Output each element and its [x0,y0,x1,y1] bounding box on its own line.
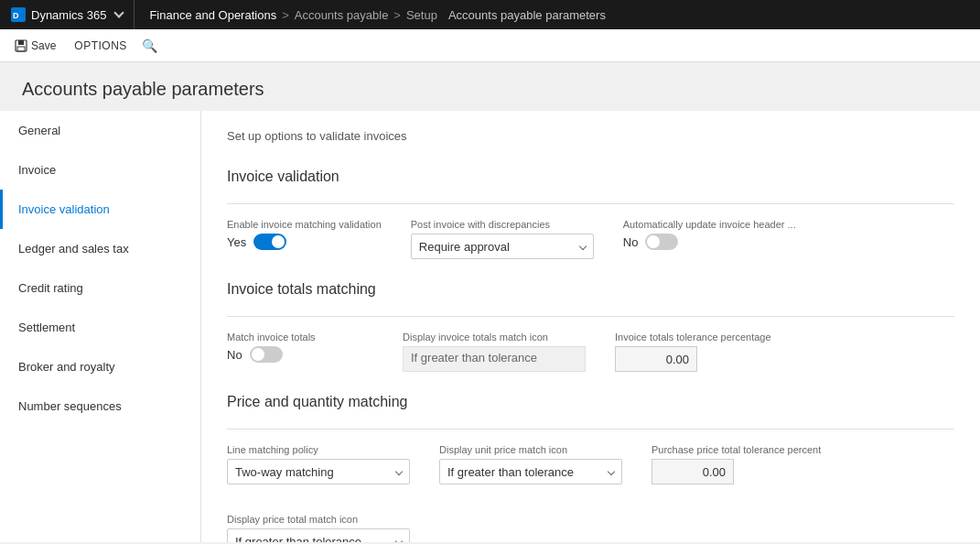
match-invoice-totals-toggle[interactable] [250,346,283,363]
breadcrumb-sep1: > [282,8,289,22]
enable-invoice-matching-label: Enable invoice matching validation [227,219,382,230]
field-display-unit-price-icon: Display unit price match icon If greater… [439,444,622,484]
field-invoice-totals-tolerance-pct: Invoice totals tolerance percentage [615,332,771,372]
field-display-price-total-icon: Display price total match icon If greate… [227,514,410,542]
content-subtitle: Set up options to validate invoices [227,129,954,154]
sidebar-item-number-sequences-label: Number sequences [18,399,122,413]
toggle-track-match-totals [250,346,283,363]
save-button[interactable]: Save [11,39,59,52]
dynamics-chevron[interactable] [114,7,124,17]
post-invoice-discrepancies-value: Require approval [419,240,510,254]
dynamics-label: Dynamics 365 [31,8,106,22]
auto-update-header-label: Automatically update invoice header ... [623,219,796,230]
section-price-quantity-matching: Price and quantity matching Line matchin… [227,394,954,542]
sidebar-item-broker-royalty[interactable]: Broker and royalty [0,347,200,386]
purchase-price-total-tolerance-pct-label: Purchase price total tolerance percent [652,444,821,455]
sidebar-item-invoice-label: Invoice [18,163,56,177]
post-invoice-discrepancies-chevron [579,243,587,250]
breadcrumb-part2[interactable]: Setup [406,8,437,22]
auto-update-header-value: No [623,235,639,249]
save-icon [15,39,27,52]
display-price-total-icon-label: Display price total match icon [227,514,410,525]
sidebar-item-general-label: General [18,124,60,137]
section-price-quantity-title: Price and quantity matching [227,394,954,414]
save-label: Save [31,39,56,52]
match-invoice-totals-label: Match invoice totals [227,332,373,343]
display-price-total-icon-value: If greater than tolerance [235,535,361,543]
breadcrumb-sep2: > [393,8,401,22]
auto-update-header-toggle[interactable] [645,234,678,250]
section-invoice-validation: Invoice validation Enable invoice matchi… [227,169,954,259]
post-invoice-discrepancies-label: Post invoice with discrepancies [411,219,594,230]
section-divider-3 [227,429,954,430]
main-layout: General Invoice Invoice validation Ledge… [0,111,980,542]
section-invoice-totals-title: Invoice totals matching [227,281,954,301]
display-invoice-totals-icon-text: If greater than tolerance [411,351,537,364]
display-price-total-icon-dropdown[interactable]: If greater than tolerance [227,528,410,542]
breadcrumb: Finance and Operations > Accounts payabl… [135,8,620,22]
field-line-matching-policy: Line matching policy Two-way matching [227,444,410,484]
line-matching-policy-dropdown[interactable]: Two-way matching [227,459,410,484]
svg-text:D: D [13,11,19,20]
sidebar-item-settlement-label: Settlement [18,321,75,334]
sidebar-item-invoice-validation[interactable]: Invoice validation [0,190,200,229]
line-matching-policy-chevron [395,468,403,475]
invoice-validation-row: Enable invoice matching validation Yes P… [227,219,954,259]
sidebar-item-broker-royalty-label: Broker and royalty [18,360,115,374]
sidebar-item-general[interactable]: General [0,111,200,150]
toggle-thumb-match-totals [252,348,264,361]
sidebar-item-credit-rating[interactable]: Credit rating [0,268,200,308]
search-icon[interactable]: 🔍 [142,38,157,53]
price-quantity-row1: Line matching policy Two-way matching Di… [227,444,954,542]
display-unit-price-icon-value: If greater than tolerance [447,465,574,479]
match-invoice-totals-toggle-wrap: No [227,346,373,363]
content-area: Set up options to validate invoices Invo… [201,111,980,542]
svg-rect-4 [17,47,25,51]
sidebar-item-credit-rating-label: Credit rating [18,281,83,295]
toggle-track-auto [645,234,678,250]
top-navigation: D Dynamics 365 Finance and Operations > … [0,0,980,29]
svg-rect-3 [18,40,24,45]
display-unit-price-icon-dropdown[interactable]: If greater than tolerance [439,459,622,484]
sidebar-item-invoice-validation-label: Invoice validation [18,202,110,216]
match-invoice-totals-value: No [227,348,242,362]
invoice-totals-row: Match invoice totals No Display invoice … [227,332,954,372]
field-purchase-price-total-tolerance-pct: Purchase price total tolerance percent [652,444,821,484]
sidebar-item-invoice[interactable]: Invoice [0,150,200,190]
options-button[interactable]: OPTIONS [74,39,127,52]
invoice-totals-tolerance-pct-label: Invoice totals tolerance percentage [615,332,771,343]
display-unit-price-icon-chevron [608,468,615,475]
enable-invoice-matching-toggle[interactable] [253,234,286,250]
post-invoice-discrepancies-dropdown[interactable]: Require approval [411,234,594,259]
toggle-thumb-enable [272,235,285,248]
purchase-price-total-tolerance-pct-input[interactable] [652,459,734,484]
auto-update-header-toggle-wrap: No [623,234,796,250]
display-unit-price-icon-label: Display unit price match icon [439,444,622,455]
sidebar-item-settlement[interactable]: Settlement [0,308,200,347]
breadcrumb-finance: Finance and Operations [149,8,276,22]
sidebar: General Invoice Invoice validation Ledge… [0,111,201,542]
enable-invoice-matching-value: Yes [227,235,246,249]
toolbar: Save OPTIONS 🔍 [0,29,980,62]
display-invoice-totals-icon-label: Display invoice totals match icon [403,332,586,343]
dynamics-logo[interactable]: D Dynamics 365 [0,0,135,29]
field-enable-invoice-matching: Enable invoice matching validation Yes [227,219,382,259]
sidebar-item-ledger-sales-tax[interactable]: Ledger and sales tax [0,229,200,268]
enable-invoice-matching-toggle-wrap: Yes [227,234,382,250]
breadcrumb-part1[interactable]: Accounts payable [295,8,389,22]
sidebar-item-ledger-sales-tax-label: Ledger and sales tax [18,242,129,256]
line-matching-policy-value: Two-way matching [235,465,334,479]
options-label: OPTIONS [74,39,127,52]
section-invoice-totals-matching: Invoice totals matching Match invoice to… [227,281,954,372]
field-display-invoice-totals-icon: Display invoice totals match icon If gre… [403,332,586,372]
page-title: Accounts payable parameters [22,79,958,100]
breadcrumb-part3: Accounts payable parameters [448,8,606,22]
toggle-track-enable [253,234,286,250]
dynamics365-icon: D [11,7,26,22]
display-invoice-totals-icon-value: If greater than tolerance [403,346,586,372]
section-divider-1 [227,203,954,204]
sidebar-item-number-sequences[interactable]: Number sequences [0,386,200,426]
page-header: Accounts payable parameters [0,62,980,111]
section-invoice-validation-title: Invoice validation [227,169,954,189]
invoice-totals-tolerance-pct-input[interactable] [615,346,697,372]
